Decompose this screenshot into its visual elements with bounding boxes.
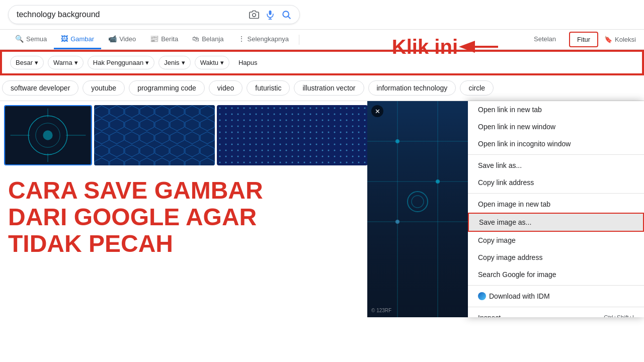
main-content: CARA SAVE GAMBAR DARI GOOGLE AGAR TIDAK …: [0, 101, 644, 317]
context-open-image-tab[interactable]: Open image in new tab: [468, 196, 644, 213]
chevron-down-icon: ▾: [35, 59, 38, 66]
filter-hak-penggunaan-button[interactable]: Hak Penggunaan ▾: [88, 56, 154, 69]
context-copy-image-address[interactable]: Copy image address: [468, 249, 644, 266]
chip-software-developer[interactable]: software developer: [2, 80, 78, 96]
svg-rect-31: [367, 101, 468, 317]
svg-point-4: [283, 11, 289, 17]
svg-rect-18: [217, 105, 368, 165]
instruction-text-container: CARA SAVE GAMBAR DARI GOOGLE AGAR TIDAK …: [0, 169, 367, 265]
watermark-label: © 123RF: [371, 308, 391, 313]
context-save-image-as[interactable]: Save image as...: [468, 213, 644, 232]
voice-search-button[interactable]: [265, 10, 275, 20]
klik-ini-label: Klik ini: [392, 36, 458, 58]
news-icon: 📰: [150, 35, 158, 43]
circuit-preview-svg: [367, 101, 468, 317]
annotation-container: Klik ini: [392, 34, 503, 59]
image-icon: 🖼: [61, 35, 68, 43]
idm-icon: [478, 292, 486, 300]
filter-besar-button[interactable]: Besar ▾: [10, 56, 44, 69]
chip-programming-code[interactable]: programming code: [129, 80, 205, 96]
fitur-button[interactable]: Fitur: [569, 32, 598, 47]
svg-point-9: [43, 130, 52, 140]
context-divider-4: [468, 307, 644, 307]
nav-tabs: 🔍 Semua 🖼 Gambar 📹 Video 📰 Berita 🛍 Bela…: [0, 30, 644, 50]
left-content: CARA SAVE GAMBAR DARI GOOGLE AGAR TIDAK …: [0, 101, 367, 317]
filter-bar: Besar ▾ Warna ▾ Hak Penggunaan ▾ Jenis ▾…: [1, 51, 643, 74]
chip-illustration-vector[interactable]: illustration vector: [294, 80, 364, 96]
image-row: [0, 101, 367, 169]
tab-belanja[interactable]: 🛍 Belanja: [185, 30, 230, 49]
tab-video[interactable]: 📹 Video: [101, 30, 143, 49]
setelan-button[interactable]: Setelan: [527, 30, 563, 49]
tech-circuit-img-1: [5, 106, 91, 164]
search-input[interactable]: [17, 10, 245, 19]
bookmark-icon: 🔖: [604, 36, 612, 43]
filter-bar-wrapper: Besar ▾ Warna ▾ Hak Penggunaan ▾ Jenis ▾…: [0, 50, 644, 75]
search-bar-container: [0, 0, 644, 30]
context-search-google-image[interactable]: Search Google for image: [468, 266, 644, 283]
context-copy-link[interactable]: Copy link address: [468, 174, 644, 191]
koleksi-button[interactable]: 🔖 Koleksi: [604, 36, 636, 43]
inspect-shortcut: Ctrl+Shift+I: [604, 314, 634, 317]
tab-gambar[interactable]: 🖼 Gambar: [54, 30, 101, 49]
tech-dots-img-3: [217, 105, 368, 165]
context-copy-image[interactable]: Copy image: [468, 232, 644, 249]
image-thumb-3[interactable]: [217, 105, 368, 165]
instruction-line1: CARA SAVE GAMBAR: [8, 177, 359, 204]
chevron-down-icon: ▾: [145, 59, 149, 66]
image-preview: ✕: [367, 101, 468, 317]
context-menu: Open link in new tab Open link in new wi…: [468, 101, 644, 317]
instruction-line2: DARI GOOGLE AGAR: [8, 204, 359, 231]
image-thumb-1[interactable]: [4, 105, 92, 165]
filter-jenis-button[interactable]: Jenis ▾: [158, 56, 190, 69]
context-inspect[interactable]: Inspect Ctrl+Shift+I: [468, 309, 644, 317]
instruction-line3: TIDAK PECAH: [8, 231, 359, 257]
right-panel: ✕: [367, 101, 644, 317]
search-box: [8, 5, 300, 24]
video-icon: 📹: [108, 35, 117, 43]
svg-rect-1: [269, 11, 272, 15]
chevron-down-icon: ▾: [74, 59, 78, 66]
chevron-down-icon: ▾: [220, 59, 224, 66]
image-thumb-2[interactable]: [94, 105, 215, 165]
nav-divider: [299, 35, 299, 45]
context-open-incognito[interactable]: Open link in incognito window: [468, 135, 644, 152]
context-divider-3: [468, 285, 644, 286]
search-icon: 🔍: [15, 35, 24, 43]
filter-waktu-button[interactable]: Waktu ▾: [195, 56, 229, 69]
context-save-link-as[interactable]: Save link as...: [468, 157, 644, 174]
chip-youtube[interactable]: youtube: [83, 80, 125, 96]
chevron-down-icon: ▾: [182, 59, 185, 66]
svg-point-0: [253, 14, 256, 17]
svg-rect-15: [94, 105, 215, 165]
shopping-icon: 🛍: [192, 35, 199, 43]
chip-information-technology[interactable]: information technology: [368, 80, 456, 96]
tab-selengkapnya[interactable]: ⋮ Selengkapnya: [231, 30, 296, 49]
nav-right: Setelan Fitur 🔖 Koleksi: [527, 30, 636, 49]
tab-berita[interactable]: 📰 Berita: [143, 30, 185, 49]
close-preview-button[interactable]: ✕: [371, 105, 383, 117]
more-icon: ⋮: [238, 35, 245, 43]
chip-circle[interactable]: circle: [460, 80, 494, 96]
suggestion-chips: software developer youtube programming c…: [0, 75, 644, 101]
chip-futuristic[interactable]: futuristic: [247, 80, 290, 96]
tech-hex-img-2: [94, 105, 215, 165]
context-open-new-tab[interactable]: Open link in new tab: [468, 101, 644, 118]
svg-line-5: [288, 17, 291, 19]
filter-warna-button[interactable]: Warna ▾: [48, 56, 84, 69]
camera-search-button[interactable]: [249, 10, 259, 20]
chip-video[interactable]: video: [209, 80, 243, 96]
tab-semua[interactable]: 🔍 Semua: [8, 30, 54, 49]
context-divider-2: [468, 193, 644, 194]
context-download-idm[interactable]: Download with IDM: [468, 288, 644, 305]
search-icons: [249, 10, 291, 20]
filter-hapus-button[interactable]: Hapus: [233, 56, 263, 69]
arrow-icon: [458, 34, 503, 59]
search-button[interactable]: [281, 10, 291, 20]
context-open-new-window[interactable]: Open link in new window: [468, 118, 644, 135]
context-divider-1: [468, 154, 644, 155]
